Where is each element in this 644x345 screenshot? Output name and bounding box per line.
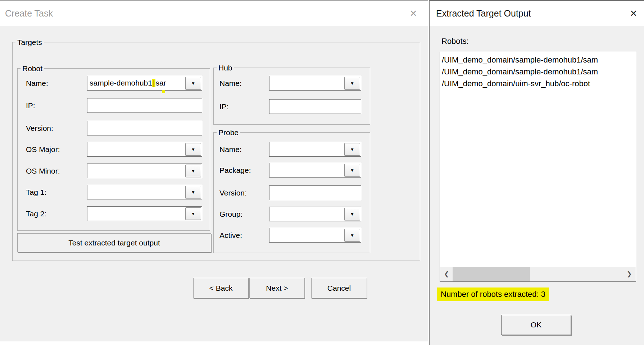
hub-legend: Hub [217,64,234,72]
robot-legend: Robot [21,64,44,73]
chevron-down-icon: ▼ [191,211,195,216]
ok-button[interactable]: OK [501,315,571,335]
dropdown-button[interactable]: ▼ [185,207,201,220]
create-task-dialog: Create Task ✕ Targets Robot Name: sample… [0,0,428,341]
robot-ip-label: IP: [26,98,35,113]
close-button[interactable]: ✕ [405,5,422,22]
probe-version-label: Version: [219,185,247,200]
chevron-down-icon: ▼ [191,81,195,86]
robots-listbox[interactable]: /UIM_demo_domain/sample-demohub1/sam /UI… [440,52,636,282]
chevron-down-icon: ▼ [191,169,195,174]
robot-tag2-label: Tag 2: [26,206,46,221]
robots-label: Robots: [441,36,469,47]
robot-version-input[interactable] [87,121,202,135]
probe-package-label: Package: [219,163,251,178]
dropdown-button[interactable]: ▼ [344,164,360,176]
chevron-down-icon: ▼ [350,233,354,238]
list-item[interactable]: /UIM_demo_domain/sample-demohub1/sam [440,54,636,66]
next-button[interactable]: Next > [249,278,305,298]
list-item[interactable]: /UIM_demo_domain/sample-demohub1/sam [440,66,636,78]
extracted-target-output-dialog: Extracted Target Output ✕ Robots: /UIM_d… [429,0,644,345]
test-extracted-target-output-button[interactable]: Test extracted target output [17,233,211,252]
robot-ip-input[interactable] [87,98,202,113]
probe-group-combobox[interactable]: ▼ [269,207,361,221]
dropdown-button[interactable]: ▼ [185,143,201,156]
chevron-down-icon: ▼ [350,212,354,217]
robot-os-major-label: OS Major: [26,142,60,157]
chevron-down-icon: ▼ [350,168,354,173]
scroll-left-icon[interactable]: ❮ [440,267,453,281]
chevron-down-icon: ▼ [191,190,195,195]
dropdown-button[interactable]: ▼ [185,186,201,198]
scrollbar-thumb[interactable] [453,267,530,281]
robot-name-value: sample-demohub1|sar [90,76,185,90]
list-item[interactable]: /UIM_demo_domain/uim-svr_hub/oc-robot [440,78,636,89]
robot-tag2-combobox[interactable]: ▼ [87,206,202,221]
back-button[interactable]: < Back [193,278,249,298]
extracted-output-titlebar: Extracted Target Output ✕ [430,1,644,26]
dropdown-button[interactable]: ▼ [344,208,360,220]
create-task-titlebar: Create Task ✕ [0,1,428,26]
probe-active-combobox[interactable]: ▼ [269,228,361,243]
dropdown-button[interactable]: ▼ [344,229,360,242]
dropdown-button[interactable]: ▼ [344,143,360,156]
cancel-button[interactable]: Cancel [311,278,367,298]
robot-os-minor-combobox[interactable]: ▼ [87,164,202,178]
probe-package-combobox[interactable]: ▼ [269,163,361,178]
probe-version-input[interactable] [269,185,361,200]
robot-version-label: Version: [26,121,53,135]
dropdown-button[interactable]: ▼ [185,165,201,177]
create-task-title: Create Task [5,1,53,26]
horizontal-scrollbar[interactable]: ❮ ❯ [440,267,636,281]
probe-name-label: Name: [219,142,242,157]
value-after-cursor: sar [155,79,166,87]
robot-name-combobox[interactable]: sample-demohub1|sar ▼ [87,76,202,91]
cursor-highlight [162,90,165,93]
hub-name-label: Name: [219,76,242,91]
robot-os-major-combobox[interactable]: ▼ [87,142,202,157]
chevron-down-icon: ▼ [191,147,195,152]
close-button[interactable]: ✕ [625,5,642,22]
robots-list: /UIM_demo_domain/sample-demohub1/sam /UI… [440,52,636,89]
robot-tag1-combobox[interactable]: ▼ [87,185,202,199]
value-before-cursor: sample-demohub1 [90,79,152,87]
text-cursor: | [152,79,155,87]
hub-ip-input[interactable] [269,99,361,114]
extracted-output-title: Extracted Target Output [436,1,531,26]
probe-group-label: Group: [219,207,242,221]
robot-os-minor-label: OS Minor: [26,164,60,178]
robot-name-label: Name: [26,76,48,91]
chevron-down-icon: ▼ [350,81,354,86]
dropdown-button[interactable]: ▼ [344,77,360,89]
targets-legend: Targets [15,38,44,46]
hub-ip-label: IP: [219,99,229,114]
dropdown-button[interactable]: ▼ [185,77,201,89]
hub-name-combobox[interactable]: ▼ [269,76,361,91]
chevron-down-icon: ▼ [350,147,354,152]
probe-legend: Probe [217,128,240,137]
robot-tag1-label: Tag 1: [26,185,46,199]
probe-name-combobox[interactable]: ▼ [269,142,361,157]
robot-count-summary: Number of robots extracted: 3 [437,288,549,301]
scroll-right-icon[interactable]: ❯ [623,267,636,281]
probe-active-label: Active: [219,228,242,243]
